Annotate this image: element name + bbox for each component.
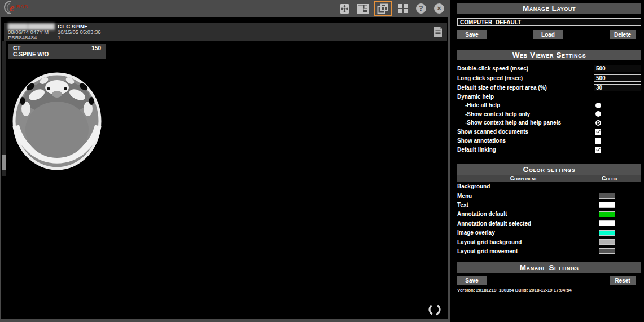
- checkbox[interactable]: [595, 138, 601, 144]
- study-datetime: 10/15/05 05:03:36: [58, 29, 101, 35]
- checkbox-label: Default linking: [457, 147, 594, 153]
- setting-row: Long click speed (msec): [457, 73, 641, 83]
- color-swatch[interactable]: [599, 230, 615, 236]
- setting-value-input[interactable]: [594, 74, 641, 82]
- color-row: Annotation default selected: [457, 219, 641, 228]
- settings-fields: Double-click speed (msec) Long click spe…: [457, 64, 641, 92]
- web-viewer-settings-header: Web Viewer Settings: [457, 50, 641, 60]
- color-component-label: Annotation default selected: [457, 220, 599, 227]
- series-thumbnail[interactable]: CT 150 C-SPINE W/O: [8, 44, 106, 173]
- dynamic-help-label: Dynamic help: [457, 94, 641, 100]
- layout-load-button[interactable]: Load: [533, 30, 563, 39]
- setting-value-input[interactable]: [594, 84, 641, 91]
- radio-row: -Show context help only: [457, 110, 641, 119]
- image-viewport: ██████ ████████ 08/06/74 047Y M PBR84848…: [0, 17, 450, 322]
- radio-label: -Show context help only: [457, 111, 594, 117]
- color-column-header: Color: [590, 175, 629, 182]
- close-icon[interactable]: ×: [433, 2, 445, 15]
- setting-label: Long click speed (msec): [457, 75, 594, 81]
- thumbnail-header: CT 150 C-SPINE W/O: [8, 44, 106, 59]
- component-column-header: Component: [457, 175, 590, 182]
- color-settings-header: Color settings: [457, 164, 641, 175]
- thumbnail-scrollbar[interactable]: [2, 41, 6, 176]
- checkbox-label: Show annotations: [457, 138, 594, 144]
- color-row: Annotation default: [457, 210, 641, 219]
- series-number: 1: [58, 35, 101, 41]
- color-row: Menu: [457, 191, 641, 200]
- settings-checkboxes: Show scanned documents Show annotations …: [457, 127, 641, 155]
- help-icon[interactable]: ?: [415, 2, 427, 15]
- color-swatch[interactable]: [599, 239, 615, 245]
- radio-row: -Show context help and help panels: [457, 118, 641, 127]
- radio-label: -Hide all help: [457, 102, 594, 108]
- checkbox-row: Show scanned documents: [457, 127, 641, 136]
- layout-save-button[interactable]: Save: [457, 30, 487, 39]
- color-swatch[interactable]: [599, 184, 615, 189]
- radio-label: -Show context help and help panels: [457, 120, 594, 126]
- report-document-icon[interactable]: [433, 26, 443, 38]
- color-component-label: Menu: [457, 193, 599, 199]
- erad-logo: e RAD: [2, 0, 42, 17]
- ct-image[interactable]: [8, 59, 106, 173]
- grid-layout-icon[interactable]: [397, 2, 409, 15]
- color-rows: Background Menu Text Annotation default …: [457, 182, 641, 256]
- settings-panel: Manage Layout Save Load Delete Web Viewe…: [457, 0, 641, 322]
- color-row: Background: [457, 182, 641, 191]
- checkbox[interactable]: [595, 147, 601, 153]
- checkbox[interactable]: [595, 129, 601, 135]
- setting-value-input[interactable]: [594, 65, 641, 72]
- viewer-pane: e RAD: [0, 0, 450, 322]
- color-row: Text: [457, 200, 641, 209]
- modality-label: CT: [13, 45, 20, 51]
- color-swatch[interactable]: [599, 248, 615, 254]
- dynamic-help-row: Dynamic help: [457, 92, 641, 102]
- color-swatch[interactable]: [599, 211, 615, 217]
- setting-row: Double-click speed (msec): [457, 64, 641, 73]
- setting-label: Double-click speed (msec): [457, 65, 594, 72]
- checkbox-label: Show scanned documents: [457, 129, 594, 135]
- color-component-label: Image overlay: [457, 230, 599, 236]
- logo-e: e: [10, 2, 15, 14]
- viewer-toolbar: e RAD: [0, 0, 450, 17]
- checkbox-row: Default linking: [457, 145, 641, 155]
- setting-row: Default size of the report area (%): [457, 83, 641, 92]
- patient-info-bar: ██████ ████████ 08/06/74 047Y M PBR84848…: [4, 23, 447, 41]
- pan-tools-icon[interactable]: [338, 2, 351, 15]
- color-table-header: Component Color: [457, 175, 641, 182]
- manage-layout-header: Manage Layout: [457, 3, 641, 14]
- color-row: Layout grid background: [457, 237, 641, 246]
- setting-label: Default size of the report area (%): [457, 85, 594, 91]
- scrollbar-thumb[interactable]: [2, 155, 6, 170]
- version-text: Version: 20181219_130354 Build: 2018-12-…: [457, 288, 641, 293]
- settings-reset-button[interactable]: Reset: [610, 276, 636, 285]
- color-component-label: Layout grid movement: [457, 248, 599, 254]
- logo-rad: RAD: [16, 3, 28, 10]
- settings-save-button[interactable]: Save: [457, 276, 487, 285]
- patient-name-redacted: ██████ ████████: [8, 24, 54, 29]
- color-component-label: Text: [457, 202, 599, 208]
- patient-id: PBR848484: [8, 35, 54, 41]
- manage-settings-header: Manage Settings: [457, 262, 641, 273]
- radio-button[interactable]: [595, 111, 601, 117]
- image-count: 150: [91, 45, 101, 51]
- radio-button[interactable]: [595, 120, 601, 126]
- checkbox-row: Show annotations: [457, 136, 641, 145]
- layout-name-input[interactable]: [457, 18, 641, 26]
- color-component-label: Annotation default: [457, 211, 599, 217]
- color-swatch[interactable]: [599, 202, 615, 208]
- color-row: Layout grid movement: [457, 246, 641, 255]
- color-component-label: Layout grid background: [457, 239, 599, 245]
- manage-layout-icon[interactable]: [376, 2, 389, 15]
- color-swatch[interactable]: [599, 193, 615, 199]
- color-component-label: Background: [457, 183, 599, 189]
- active-tool-highlight: [374, 1, 392, 16]
- color-swatch[interactable]: [599, 220, 615, 226]
- color-row: Image overlay: [457, 228, 641, 237]
- layout-icon[interactable]: [356, 2, 369, 15]
- series-description: C-SPINE W/O: [13, 51, 101, 58]
- dynamic-help-options: -Hide all help -Show context help only -…: [457, 101, 641, 127]
- radio-row: -Hide all help: [457, 101, 641, 110]
- radio-button[interactable]: [595, 103, 601, 108]
- layout-delete-button[interactable]: Delete: [610, 30, 636, 39]
- loading-spinner-icon: [427, 302, 442, 319]
